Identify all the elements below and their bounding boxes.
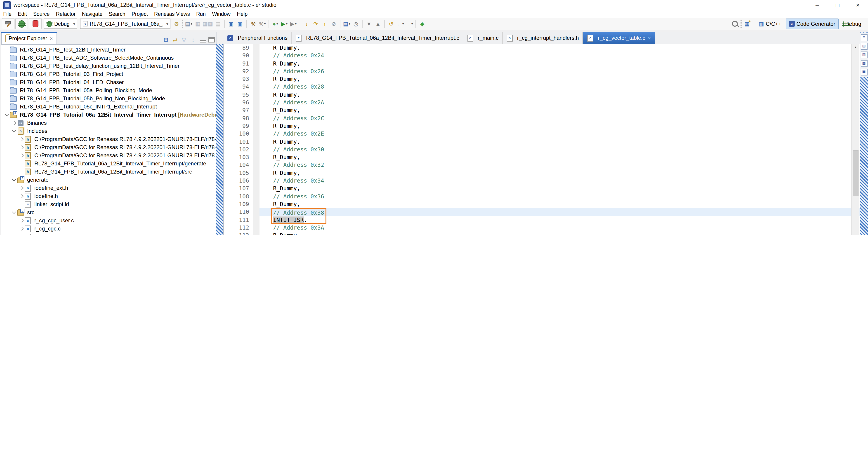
tree-item[interactable]: RL78_G14_FPB_Tutorial_03_First_Project bbox=[1, 70, 217, 78]
editor-line[interactable]: 96// Address 0x2A bbox=[224, 98, 868, 106]
tree-item[interactable]: 10Binaries bbox=[1, 119, 217, 127]
editor-line[interactable]: 105R_Dummy, bbox=[224, 169, 868, 177]
tab-r-cg-interrupt-handlers-h[interactable]: hr_cg_interrupt_handlers.h bbox=[502, 32, 583, 44]
tab-project-explorer[interactable]: Project Explorer × bbox=[1, 32, 57, 44]
editor-line[interactable]: 107R_Dummy, bbox=[224, 185, 868, 192]
tree-item[interactable]: hC:/ProgramData/GCC for Renesas RL78 4.9… bbox=[1, 135, 217, 143]
tree-item[interactable]: RL78_G14_FPB_Tutorial_05b_Polling_Non_Bl… bbox=[1, 94, 217, 102]
expander-open-icon[interactable] bbox=[11, 128, 17, 134]
view-menu-icon[interactable]: ⋮ bbox=[189, 35, 197, 44]
documents-view-icon[interactable]: ▥ bbox=[861, 52, 867, 58]
tab-peripheral-functions[interactable]: cPeripheral Functions bbox=[223, 32, 291, 44]
maximize-button[interactable]: □ bbox=[827, 0, 848, 10]
tree-item[interactable]: ≡linker_script.ld bbox=[1, 200, 217, 208]
menu-navigate[interactable]: Navigate bbox=[79, 11, 106, 17]
tree-item[interactable]: cgenerate bbox=[1, 176, 217, 184]
tree-item[interactable]: csrc bbox=[1, 208, 217, 217]
step-into-icon[interactable]: ↓ bbox=[303, 19, 311, 28]
expander-open-icon[interactable] bbox=[11, 177, 17, 183]
editor-line[interactable]: 89R_Dummy, bbox=[224, 44, 868, 52]
editor-line[interactable]: 91R_Dummy, bbox=[224, 59, 868, 67]
expander-open-icon[interactable] bbox=[11, 210, 17, 215]
menu-refactor[interactable]: Refactor bbox=[53, 11, 79, 17]
editor-line[interactable]: 112// Address 0x3A bbox=[224, 224, 868, 231]
editor-line[interactable]: 109R_Dummy, bbox=[224, 200, 868, 208]
tree-item[interactable]: RL78_G14_FPB_Test_ADC_Software_SelectMod… bbox=[1, 54, 217, 62]
editor-line[interactable]: 111INTIT_ISR, bbox=[224, 216, 868, 224]
tree-item[interactable]: cr_cg_cgc.c bbox=[1, 225, 217, 233]
back-icon[interactable]: ←▾ bbox=[396, 19, 404, 28]
open-perspective-icon[interactable]: ▦✦ bbox=[743, 19, 751, 28]
tree-item[interactable]: RL78_G14_FPB_Tutorial_05c_INTP1_External… bbox=[1, 102, 217, 111]
debug-mode-combo[interactable]: Debug ▾ bbox=[44, 19, 78, 29]
tree-item[interactable]: RL78_G14_FPB_Tutorial_04_LED_Chaser bbox=[1, 78, 217, 86]
build-all-icon[interactable]: ⚒ bbox=[249, 19, 257, 28]
collapse-all-icon[interactable]: ⊟ bbox=[162, 35, 170, 44]
outline-view-icon[interactable]: ≡ bbox=[861, 34, 867, 41]
step-return-icon[interactable]: ↑ bbox=[320, 19, 329, 28]
expander-closed-icon[interactable] bbox=[19, 153, 24, 158]
editor-line[interactable]: 106// Address 0x34 bbox=[224, 177, 868, 185]
expander-closed-icon[interactable] bbox=[19, 234, 24, 235]
editor-line[interactable]: 98// Address 0x2C bbox=[224, 114, 868, 122]
run-icon[interactable]: ▶▾ bbox=[280, 19, 288, 28]
close-icon[interactable]: × bbox=[50, 36, 53, 41]
menu-help[interactable]: Help bbox=[234, 11, 251, 17]
tree-item[interactable]: cRL78_G14_FPB_Tutorial_06a_12Bit_Interva… bbox=[1, 111, 217, 119]
menu-run[interactable]: Run bbox=[193, 11, 209, 17]
save-icon[interactable]: ▦ bbox=[194, 19, 202, 28]
editor-line[interactable]: 95R_Dummy, bbox=[224, 91, 868, 99]
editor-line[interactable]: 108// Address 0x36 bbox=[224, 192, 868, 200]
editor-line[interactable]: 94// Address 0x28 bbox=[224, 83, 868, 91]
editor-line[interactable]: 92// Address 0x26 bbox=[224, 67, 868, 75]
editor-line[interactable]: 93R_Dummy, bbox=[224, 75, 868, 83]
menu-search[interactable]: Search bbox=[105, 11, 128, 17]
editor-line[interactable]: 103R_Dummy, bbox=[224, 153, 868, 161]
tree-item[interactable]: hRL78_G14_FPB_Tutorial_06a_12Bit_Interva… bbox=[1, 159, 217, 168]
forward-icon[interactable]: →▾ bbox=[405, 19, 413, 28]
tree-item[interactable]: RL78_G14_FPB_Test_12Bit_Interval_Timer bbox=[1, 45, 217, 54]
tree-item[interactable]: hr_cg_cgc.h bbox=[1, 233, 217, 235]
close-button[interactable]: × bbox=[848, 0, 868, 10]
expander-closed-icon[interactable] bbox=[19, 193, 24, 199]
search-toolbar-icon[interactable]: ◎ bbox=[352, 19, 360, 28]
editor-line[interactable]: 99R_Dummy, bbox=[224, 122, 868, 130]
editor-line[interactable]: 113R_Dummy, bbox=[224, 231, 868, 235]
tree-item[interactable]: hiodefine_ext.h bbox=[1, 184, 217, 192]
tab-r-main-c[interactable]: cr_main.c bbox=[463, 32, 502, 44]
maximize-view-icon[interactable] bbox=[209, 37, 215, 42]
tree-item[interactable]: hRL78_G14_FPB_Tutorial_06a_12Bit_Interva… bbox=[1, 168, 217, 176]
console-view-icon[interactable]: ▣ bbox=[227, 19, 235, 28]
io-view-icon[interactable]: ▣ bbox=[236, 19, 244, 28]
skip-breakpoints-icon[interactable]: ⊘ bbox=[330, 19, 338, 28]
editor-line[interactable]: 104// Address 0x32 bbox=[224, 161, 868, 169]
last-edit-icon[interactable]: ↺ bbox=[387, 19, 395, 28]
print-icon[interactable]: ▤ bbox=[214, 19, 222, 28]
debug-bug-button[interactable] bbox=[16, 18, 28, 29]
menu-edit[interactable]: Edit bbox=[15, 11, 30, 17]
next-annotation-icon[interactable]: ▼ bbox=[365, 19, 373, 28]
minimized-view-sash[interactable] bbox=[216, 44, 223, 235]
pin-editor-icon[interactable]: ◆ bbox=[418, 19, 426, 28]
tab-r-cg-vector-table-c[interactable]: cr_cg_vector_table.c× bbox=[583, 32, 655, 44]
menu-file[interactable]: File bbox=[0, 11, 15, 17]
menu-source[interactable]: Source bbox=[30, 11, 53, 17]
tree-item[interactable]: hC:/ProgramData/GCC for Renesas RL78 4.9… bbox=[1, 143, 217, 151]
perspective-debug[interactable]: Debug bbox=[839, 18, 864, 29]
expander-closed-icon[interactable] bbox=[19, 218, 24, 223]
link-editor-icon[interactable]: ⇄ bbox=[171, 35, 179, 44]
editor-line[interactable]: 110// Address 0x38 bbox=[224, 208, 868, 216]
editor-line[interactable]: 97R_Dummy, bbox=[224, 106, 868, 114]
minimize-button[interactable]: – bbox=[807, 0, 827, 10]
menu-renesas-views[interactable]: Renesas Views bbox=[151, 11, 193, 17]
build-targets-icon[interactable]: ▤ bbox=[861, 43, 867, 50]
new-c-file-icon[interactable]: ▤▾ bbox=[343, 19, 351, 28]
step-over-icon[interactable]: ↷ bbox=[311, 19, 320, 28]
launch-config-combo[interactable]: c RL78_G14_FPB_Tutorial_06a_12Bit_ ▾ bbox=[80, 19, 170, 29]
terminate-button[interactable] bbox=[29, 18, 41, 29]
tree-item[interactable]: RL78_G14_FPB_Test_delay_function_using_1… bbox=[1, 62, 217, 70]
editor-line[interactable]: 100// Address 0x2E bbox=[224, 130, 868, 138]
expander-closed-icon[interactable] bbox=[19, 145, 24, 150]
build-hammer-button[interactable] bbox=[2, 18, 14, 29]
tree-item[interactable]: hIncludes bbox=[1, 127, 217, 135]
